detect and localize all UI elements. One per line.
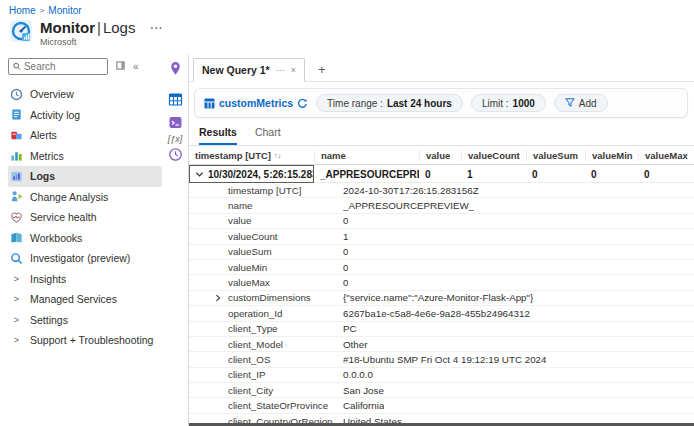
title-row: Monitor|Logs Microsoft ···: [9, 19, 694, 47]
sidebar-item-label: Insights: [30, 273, 66, 285]
refresh-icon[interactable]: [297, 98, 308, 109]
sidebar-item-service-health[interactable]: Service health: [8, 207, 162, 228]
change-analysis-icon: [10, 190, 23, 203]
detail-key: valueMax: [228, 277, 343, 288]
table-icon: [204, 98, 215, 109]
functions-pane-icon[interactable]: [ƒx]: [168, 138, 183, 139]
sidebar-item-label: Change Analysis: [30, 191, 108, 203]
sidebar-item-insights[interactable]: > Insights: [8, 269, 162, 290]
scope-pin-icon[interactable]: [168, 61, 183, 76]
column-header-name[interactable]: name: [314, 150, 419, 161]
query-table-selector[interactable]: customMetrics: [204, 97, 308, 109]
content-area: « Overview Activity log Alerts Metrics: [0, 55, 694, 426]
timestamp-cell[interactable]: 10/30/2024, 5:26:15.283 ...: [189, 165, 314, 183]
row-valuemax: 0: [638, 169, 694, 180]
tables-pane-icon[interactable]: [168, 92, 183, 107]
limit-label: Limit :: [482, 98, 509, 109]
detail-key: client_IP: [228, 369, 343, 380]
row-name: _APPRESOURCEPREVIE...: [314, 169, 419, 180]
detail-key: value: [228, 215, 343, 226]
chevron-down-icon[interactable]: [195, 170, 204, 179]
tab-results[interactable]: Results: [199, 126, 237, 145]
title-more-icon[interactable]: ···: [150, 23, 163, 34]
new-tab-button[interactable]: +: [318, 63, 326, 76]
sidebar-search-box[interactable]: [8, 58, 108, 75]
column-header-valuemin[interactable]: valueMin: [585, 150, 638, 161]
column-header-valuecount[interactable]: valueCount: [461, 150, 526, 161]
row-timestamp: 10/30/2024, 5:26:15.283 ...: [208, 169, 314, 180]
tab-chart[interactable]: Chart: [255, 126, 281, 145]
breadcrumb-home-link[interactable]: Home: [9, 5, 36, 16]
query-tab-active[interactable]: New Query 1* ··· ×: [193, 58, 305, 82]
magnifier-icon: [10, 252, 23, 265]
column-header-valuemax[interactable]: valueMax: [638, 150, 694, 161]
metrics-icon: [10, 149, 23, 162]
search-input[interactable]: [24, 61, 103, 72]
sidebar-search-row: «: [8, 58, 162, 75]
sidebar-item-alerts[interactable]: Alerts: [8, 125, 162, 146]
sidebar-item-metrics[interactable]: Metrics: [8, 146, 162, 167]
sort-icon[interactable]: ↑↓: [274, 151, 282, 160]
service-health-icon: [10, 211, 23, 224]
sidebar-item-logs[interactable]: Logs: [8, 166, 162, 187]
add-filter-pill[interactable]: Add: [554, 94, 608, 112]
detail-key: valueMin: [228, 262, 343, 273]
queries-pane-icon[interactable]: [168, 115, 183, 130]
sidebar-item-workbooks[interactable]: Workbooks: [8, 228, 162, 249]
sidebar-item-label: Service health: [30, 211, 97, 223]
sidebar-item-support-troubleshooting[interactable]: > Support + Troubleshooting: [8, 330, 162, 351]
query-table-name: customMetrics: [219, 97, 293, 109]
sidebar-item-change-analysis[interactable]: Change Analysis: [8, 187, 162, 208]
result-row-expanded[interactable]: 10/30/2024, 5:26:15.283 ... _APPRESOURCE…: [189, 165, 694, 183]
detail-value: 0: [343, 215, 348, 226]
search-icon: [13, 62, 21, 71]
chevron-right-icon[interactable]: [214, 294, 228, 302]
sidebar-item-activity-log[interactable]: Activity log: [8, 105, 162, 126]
overview-icon: [10, 88, 23, 101]
detail-row-valuecount: valueCount 1: [189, 229, 694, 244]
tab-more-icon[interactable]: ···: [276, 65, 285, 75]
detail-row-customdimensions[interactable]: customDimensions {"service.name":"Azure-…: [189, 291, 694, 306]
breadcrumb-monitor-link[interactable]: Monitor: [48, 5, 81, 16]
sidebar-item-investigator[interactable]: Investigator (preview): [8, 248, 162, 269]
detail-value: 0: [343, 246, 348, 257]
query-tab-label: New Query 1*: [202, 64, 270, 76]
detail-value: 6267ba1e-c5a8-4e6e-9a28-455b24964312: [343, 308, 530, 319]
detail-row-client-stateorprovince: client_StateOrProvince California: [189, 398, 694, 413]
detail-value: 0.0.0.0: [343, 369, 373, 380]
detail-key: client_Model: [228, 339, 343, 350]
workbooks-icon: [10, 231, 23, 244]
dock-menu-icon[interactable]: [116, 61, 125, 72]
activity-log-icon: [10, 108, 23, 121]
detail-key: timestamp [UTC]: [228, 185, 343, 196]
time-range-pill[interactable]: Time range : Last 24 hours: [316, 94, 463, 112]
column-header-timestamp[interactable]: timestamp [UTC] ↑↓: [189, 150, 314, 161]
sidebar-item-label: Investigator (preview): [30, 252, 130, 264]
title-separator: |: [95, 19, 103, 36]
collapse-sidebar-icon[interactable]: «: [133, 61, 139, 72]
detail-value: 0: [343, 262, 348, 273]
detail-key: client_OS: [228, 354, 343, 365]
tab-close-icon[interactable]: ×: [291, 65, 296, 75]
detail-value: 1: [343, 231, 348, 242]
chevron-right-icon: >: [10, 274, 23, 284]
detail-row-client-city: client_City San Jose: [189, 383, 694, 398]
detail-row-timestamp: timestamp [UTC] 2024-10-30T17:26:15.2831…: [189, 183, 694, 198]
sidebar-item-settings[interactable]: > Settings: [8, 310, 162, 331]
breadcrumb-separator-icon: >: [40, 6, 45, 15]
resource-menu-sidebar: « Overview Activity log Alerts Metrics: [0, 55, 162, 426]
sidebar-item-label: Activity log: [30, 109, 80, 121]
detail-row-operation-id: operation_Id 6267ba1e-c5a8-4e6e-9a28-455…: [189, 306, 694, 321]
query-history-icon[interactable]: [168, 147, 183, 162]
column-header-valuesum[interactable]: valueSum: [526, 150, 585, 161]
detail-row-value: value 0: [189, 214, 694, 229]
row-valuemin: 0: [585, 169, 638, 180]
sidebar-item-overview[interactable]: Overview: [8, 84, 162, 105]
detail-value: 0: [343, 277, 348, 288]
detail-value: #18-Ubuntu SMP Fri Oct 4 19:12:19 UTC 20…: [343, 354, 546, 365]
limit-pill[interactable]: Limit : 1000: [471, 94, 546, 112]
detail-row-client-type: client_Type PC: [189, 322, 694, 337]
sidebar-item-label: Overview: [30, 88, 74, 100]
sidebar-item-managed-services[interactable]: > Managed Services: [8, 289, 162, 310]
column-header-value[interactable]: value: [419, 150, 461, 161]
